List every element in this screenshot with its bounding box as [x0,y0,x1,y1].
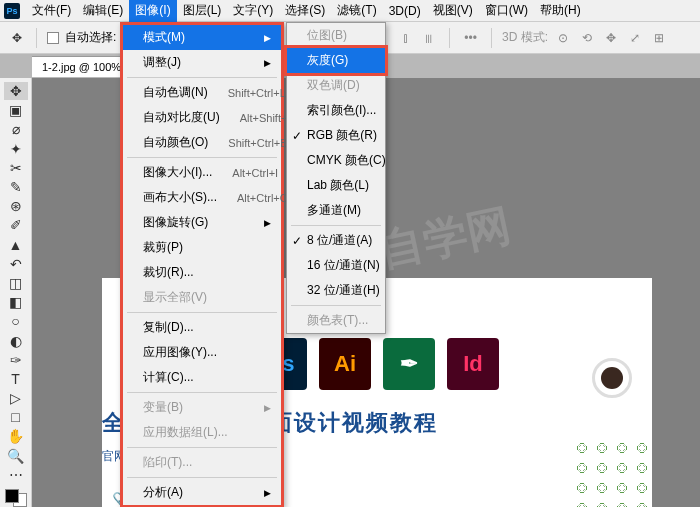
menu-item: 应用数据组(L)... [123,420,281,445]
crop-tool[interactable]: ✂ [4,159,28,177]
3d-icon[interactable]: ✥ [602,29,620,47]
id-icon: Id [447,338,499,390]
menu-item: 陷印(T)... [123,450,281,475]
menu-item[interactable]: 计算(C)... [123,365,281,390]
menu-item[interactable]: 32 位/通道(H) [287,278,385,303]
menu-item[interactable]: RGB 颜色(R)✓ [287,123,385,148]
3d-icon[interactable]: ⟲ [578,29,596,47]
history-brush-tool[interactable]: ↶ [4,255,28,273]
menu-item[interactable]: 自动对比度(U)Alt+Shift+Ctrl+L [123,105,281,130]
menu-item[interactable]: 自动色调(N)Shift+Ctrl+L [123,80,281,105]
menu-item[interactable]: 索引颜色(I)... [287,98,385,123]
menu-item: 变量(B)▶ [123,395,281,420]
pen-tool[interactable]: ✑ [4,351,28,369]
menu-item[interactable]: 8 位/通道(A)✓ [287,228,385,253]
menu-item[interactable]: 模式(M)▶ [123,25,281,50]
menu-item: 双色调(D) [287,73,385,98]
path-tool[interactable]: ▷ [4,389,28,407]
more-icon[interactable]: ••• [460,29,481,47]
menu-filter[interactable]: 滤镜(T) [331,0,382,22]
3d-mode-label: 3D 模式: [502,29,548,46]
coffee-cup [592,358,632,398]
menu-item[interactable]: 图像旋转(G)▶ [123,210,281,235]
menu-view[interactable]: 视图(V) [427,0,479,22]
marquee-tool[interactable]: ▣ [4,101,28,119]
menu-item[interactable]: Lab 颜色(L) [287,173,385,198]
menu-type[interactable]: 文字(Y) [227,0,279,22]
menu-item: 颜色表(T)... [287,308,385,333]
stamp-tool[interactable]: ▲ [4,236,28,254]
distribute-icon[interactable]: ⫿ [399,29,413,47]
wand-tool[interactable]: ✦ [4,140,28,158]
heal-tool[interactable]: ⊛ [4,197,28,215]
lasso-tool[interactable]: ⌀ [4,120,28,138]
auto-select-checkbox[interactable] [47,32,59,44]
menu-3d[interactable]: 3D(D) [383,1,427,21]
3d-icon[interactable]: ⤢ [626,29,644,47]
mode-submenu-dropdown: 位图(B)灰度(G)双色调(D)索引颜色(I)...RGB 颜色(R)✓CMYK… [286,22,386,334]
palm-leaf [562,438,652,507]
menu-item[interactable]: 图像大小(I)...Alt+Ctrl+I [123,160,281,185]
3d-icon[interactable]: ⊙ [554,29,572,47]
ai-icon: Ai [319,338,371,390]
menu-image[interactable]: 图像(I) [129,0,176,22]
eraser-tool[interactable]: ◫ [4,274,28,292]
menu-item[interactable]: CMYK 颜色(C) [287,148,385,173]
tools-panel: ✥ ▣ ⌀ ✦ ✂ ✎ ⊛ ✐ ▲ ↶ ◫ ◧ ○ ◐ ✑ T ▷ □ ✋ 🔍 … [0,78,32,507]
eyedropper-tool[interactable]: ✎ [4,178,28,196]
menu-item[interactable]: 16 位/通道(N) [287,253,385,278]
menu-file[interactable]: 文件(F) [26,0,77,22]
menubar: Ps 文件(F) 编辑(E) 图像(I) 图层(L) 文字(Y) 选择(S) 滤… [0,0,700,22]
brush-tool[interactable]: ✐ [4,216,28,234]
menu-window[interactable]: 窗口(W) [479,0,534,22]
menu-edit[interactable]: 编辑(E) [77,0,129,22]
menu-item: 显示全部(V) [123,285,281,310]
menu-item[interactable]: 应用图像(Y)... [123,340,281,365]
move-tool-icon: ✥ [8,29,26,47]
pen-icon: ✒ [383,338,435,390]
menu-layer[interactable]: 图层(L) [177,0,228,22]
gradient-tool[interactable]: ◧ [4,293,28,311]
menu-item[interactable]: 裁剪(P) [123,235,281,260]
app-icon: Ps [4,3,20,19]
color-swatch[interactable] [5,489,27,507]
menu-item[interactable]: 分析(A)▶ [123,480,281,505]
zoom-tool[interactable]: 🔍 [4,447,28,465]
auto-select-label: 自动选择: [65,29,116,46]
menu-item[interactable]: 裁切(R)... [123,260,281,285]
menu-item[interactable]: 复制(D)... [123,315,281,340]
distribute-icon[interactable]: ⫼ [419,29,439,47]
menu-help[interactable]: 帮助(H) [534,0,587,22]
menu-item[interactable]: 画布大小(S)...Alt+Ctrl+C [123,185,281,210]
shape-tool[interactable]: □ [4,408,28,426]
hand-tool[interactable]: ✋ [4,427,28,445]
3d-icon[interactable]: ⊞ [650,29,668,47]
menu-item[interactable]: 调整(J)▶ [123,50,281,75]
menu-item[interactable]: 自动颜色(O)Shift+Ctrl+B [123,130,281,155]
menu-item[interactable]: 灰度(G) [287,48,385,73]
move-tool[interactable]: ✥ [4,82,28,100]
menu-item[interactable]: 多通道(M) [287,198,385,223]
type-tool[interactable]: T [4,370,28,388]
image-menu-dropdown: 模式(M)▶调整(J)▶自动色调(N)Shift+Ctrl+L自动对比度(U)A… [120,22,284,507]
edit-toolbar[interactable]: ⋯ [4,466,28,484]
dodge-tool[interactable]: ◐ [4,331,28,349]
blur-tool[interactable]: ○ [4,312,28,330]
menu-select[interactable]: 选择(S) [279,0,331,22]
